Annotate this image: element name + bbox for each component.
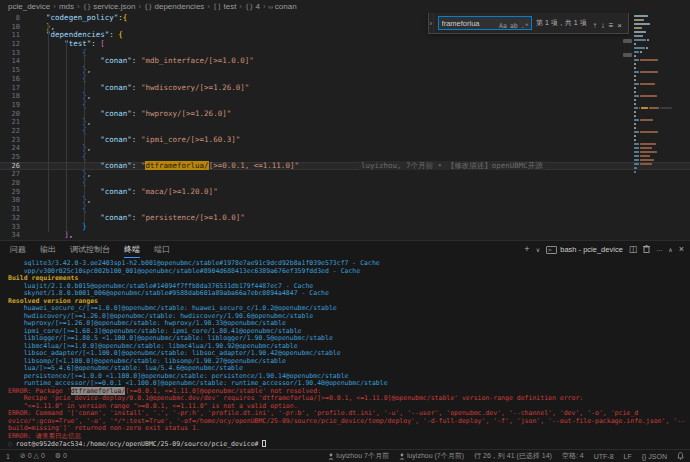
symbol-icon: [] [213,3,221,11]
status-eol[interactable]: LF [624,453,632,460]
split-terminal-button[interactable]: ◫ [629,245,638,254]
breadcrumb-item-service.json[interactable]: {}service.json [83,2,136,11]
status-indentation[interactable]: 空格: 4 [562,451,584,461]
code-line-33: 33 } [0,223,690,232]
kill-terminal-button[interactable] [643,245,650,255]
line-number: 10 [0,23,28,32]
find-match-count: 第 1 项，共 1 项 [536,18,587,28]
line-number: 8 [0,14,28,23]
status-remote-indicator[interactable]: 1 [6,453,10,460]
code-line-30: 30 }, [0,196,690,205]
panel-header: 问题输出调试控制台终端端口 + ∨ >_ bash - pcie_device … [0,241,690,258]
line-number: 28 [0,179,28,188]
line-number: 33 [0,223,28,232]
overview-ruler-mark [623,53,632,57]
symbol-icon: {} [245,3,253,11]
status-bar: 1⊘ 0 △ 0⚙ 0 luyizhou 7个月前luyizhou (7个月前)… [0,449,690,462]
find-next-button[interactable]: ↓ [599,21,607,30]
find-close-button[interactable]: × [615,21,624,30]
line-number: 30 [0,196,28,205]
indent-guide [48,23,49,232]
line-number: 25 [0,153,28,162]
code-area[interactable]: 8 "codegen_policy":{10 },11 "dependencie… [0,13,690,240]
terminal-tab[interactable]: >_ bash - pcie_device [546,245,623,254]
code-line-15: 15 }, [0,66,690,75]
new-terminal-button[interactable]: + [524,245,529,254]
close-panel-button[interactable]: × [679,245,684,254]
breadcrumb-item-4[interactable]: {}4 [245,2,260,11]
code-line-26: 26 "conan": "dtframeforlua/[>=0.0.1, <=1… [0,162,690,171]
panel-tab-输出[interactable]: 输出 [40,241,56,258]
status-cursor-position[interactable]: 行 26，列 41 (已选择 14) [474,451,552,461]
terminal-line: vpp/v300r025c10spc002b100_001@openubmc/s… [8,268,690,276]
regex-toggle[interactable]: .* [519,22,530,30]
symbol-icon: {} [144,3,152,11]
status-problems[interactable]: ⊘ 0 △ 0 [20,452,45,460]
terminal-cursor [262,440,266,447]
whole-word-toggle[interactable]: ab [508,22,519,30]
line-number: 17 [0,84,28,93]
line-number: 12 [0,40,28,49]
panel-tab-调试控制台[interactable]: 调试控制台 [70,241,110,258]
panel: 问题输出调试控制台终端端口 + ∨ >_ bash - pcie_device … [0,240,690,449]
minimap-line [632,170,672,174]
code-line-17: 17 "conan": "hwdiscovery/[>=1.26.0]" [0,84,690,93]
indent-guide [84,49,85,223]
status-blame-author[interactable]: luyizhou 7个月前 [328,451,389,461]
code-line-27: 27 }, [0,170,690,179]
line-number: 34 [0,231,28,240]
status-tasks[interactable]: ⚙ 0 [55,452,67,460]
code-line-24: 24 }, [0,144,690,153]
code-line-20: 20 "conan": "hwproxy/[>=1.26.0]" [0,110,690,119]
find-input-box: Aaab.* [438,16,532,30]
panel-more-actions-button[interactable]: ⋯ [656,247,662,253]
breadcrumb-item-conan[interactable]: ▭conan [269,2,297,11]
line-number: 19 [0,101,28,110]
line-number: 26 [0,162,28,171]
maximize-panel-button[interactable]: ∧ [668,247,672,253]
breadcrumb-item-pcie_device[interactable]: pcie_device [8,2,50,11]
breadcrumb-separator: › [138,2,141,11]
editor[interactable]: 8 "codegen_policy":{10 },11 "dependencie… [0,13,690,240]
status-encoding[interactable]: UTF-8 [594,453,614,460]
line-number: 31 [0,205,28,214]
terminal-line: build=missing']' returned non-zero exit … [8,425,690,433]
line-number: 15 [0,66,28,75]
terminal-tab-label: bash - pcie_device [560,245,623,254]
status-language-mode[interactable]: {} JSON [642,453,667,460]
indent-guide [66,40,67,232]
line-number: 14 [0,57,28,66]
terminal-line: skynet/1.8.0.b001_006@openubmc/stable#95… [8,290,690,298]
line-number: 27 [0,170,28,179]
panel-tab-问题[interactable]: 问题 [10,241,26,258]
status-blame-detail[interactable]: luyizhou (7个月前) [399,451,464,461]
panel-tab-端口[interactable]: 端口 [154,241,170,258]
find-prev-button[interactable]: ↑ [591,21,599,30]
terminal-dropdown-button[interactable]: ∨ [536,247,540,253]
line-number: 18 [0,92,28,101]
terminal-icon: >_ [546,246,557,254]
find-input[interactable] [440,19,498,28]
breadcrumb-item-dependencies[interactable]: {}dependencies [144,2,204,11]
breadcrumb: pcie_device›mds›{}service.json›{}depende… [0,0,690,13]
breadcrumb-separator: › [207,2,210,11]
line-number: 11 [0,31,28,40]
overview-ruler-mark [623,39,632,43]
breadcrumb-separator: › [263,2,266,11]
find-replace-toggle[interactable]: › [429,13,434,33]
terminal-content[interactable]: sqlite3/3.42.0-3.oe2403sp1-h2.b001@openu… [0,258,690,448]
breadcrumb-item-mds[interactable]: mds [59,2,74,11]
match-case-toggle[interactable]: Aa [498,22,509,30]
minimap[interactable] [632,14,672,144]
symbol-icon: ▭ [269,3,273,11]
status-notifications[interactable] [677,452,684,460]
find-widget: › Aaab.* 第 1 项，共 1 项 ↑↓≡× [428,13,629,34]
panel-tab-终端[interactable]: 终端 [124,241,140,258]
breadcrumb-item-test[interactable]: []test [213,2,236,11]
code-line-34: 34 ], [0,231,690,240]
line-number: 20 [0,110,28,119]
trash-icon [643,245,650,253]
breadcrumb-separator: › [53,2,56,11]
code-line-32: 32 "conan": "persistence/[>=1.0.0]" [0,214,690,223]
code-line-18: 18 }, [0,92,690,101]
